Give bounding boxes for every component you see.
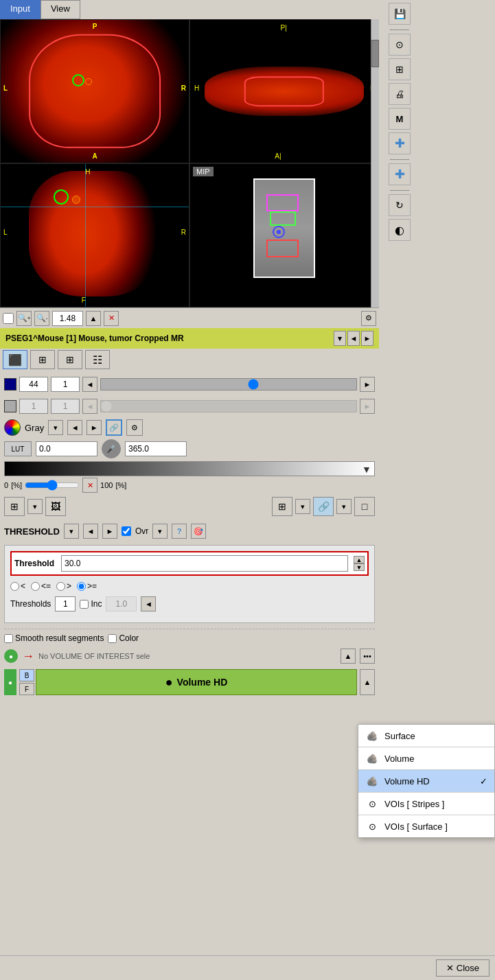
colormap-icon[interactable]: [4, 419, 21, 436]
exec-side-btns: B F: [19, 669, 33, 695]
slice-slider1[interactable]: [100, 378, 357, 390]
slice-left-btn2[interactable]: ◄: [82, 399, 97, 414]
slice-value2[interactable]: [51, 377, 80, 392]
threshold-input-row: Threshold ▲ ▼: [10, 551, 369, 576]
colormap-link-btn[interactable]: 🔗: [106, 419, 122, 436]
target-btn[interactable]: 🎯: [191, 524, 206, 539]
zoom-up-btn[interactable]: ▲: [86, 311, 101, 326]
dropdown-voi-stripes[interactable]: ⊙ VOIs [ Stripes ]: [358, 793, 494, 815]
rtb-print-btn[interactable]: 🖨: [389, 83, 411, 105]
pct-slider[interactable]: [25, 479, 80, 491]
exec-side-f-btn[interactable]: F: [19, 683, 34, 695]
voi-sort-btn[interactable]: ▲: [341, 649, 356, 664]
execute-button[interactable]: ● Volume HD: [36, 669, 357, 695]
smooth-checkbox-label: Smooth result segments: [4, 633, 104, 643]
radio-lte[interactable]: [31, 582, 40, 591]
smooth-checkbox[interactable]: [4, 634, 13, 643]
threshold-prev-btn[interactable]: ◄: [83, 524, 98, 539]
voi-menu-btn[interactable]: •••: [360, 649, 375, 664]
settings-icon-btn[interactable]: ⚙: [361, 311, 376, 326]
radio-lt[interactable]: [10, 582, 19, 591]
color-indicator: [4, 378, 16, 390]
rtb-grid-btn[interactable]: ⊞: [389, 58, 411, 80]
tool-dropdown-btn[interactable]: ▾: [27, 499, 43, 514]
rtb-m-btn[interactable]: M: [389, 108, 411, 130]
threshold-next-btn[interactable]: ►: [102, 524, 117, 539]
dataset-next[interactable]: ►: [361, 331, 373, 346]
lut-mic-btn[interactable]: 🎤: [102, 439, 121, 458]
dataset-nav: ▾ ◄ ►: [334, 331, 373, 346]
close-bar: ✕ Close: [0, 955, 495, 980]
controls-checkbox[interactable]: [3, 313, 14, 324]
dropdown-voi-surface[interactable]: ⊙ VOIs [ Surface ]: [358, 815, 494, 837]
zoom-input[interactable]: [52, 311, 83, 326]
inc-left-btn[interactable]: ◄: [141, 596, 156, 611]
threshold-dropdown-btn[interactable]: ▾: [64, 524, 79, 539]
settings-tab-1[interactable]: ⬛: [3, 350, 27, 369]
exec-up-btn[interactable]: ▲: [360, 669, 375, 695]
inc-value[interactable]: [106, 596, 137, 611]
dataset-prev[interactable]: ◄: [347, 331, 360, 346]
rtb-contrast-btn[interactable]: ◐: [389, 219, 411, 241]
rtb-circle-btn[interactable]: ⊙: [389, 34, 411, 56]
tool-grid2-btn[interactable]: ⊞: [272, 497, 292, 516]
rtb-cross-btn[interactable]: ✚: [389, 132, 411, 154]
rtb-save-btn[interactable]: 💾: [389, 3, 411, 25]
threshold-spin-down[interactable]: ▼: [354, 563, 365, 571]
slice-value4[interactable]: [51, 399, 80, 414]
slice-value1[interactable]: [19, 377, 48, 392]
gradient-bar[interactable]: ▼: [4, 461, 375, 476]
lut-min[interactable]: [36, 441, 97, 456]
tab-view[interactable]: View: [41, 0, 80, 19]
tool-dropdown3-btn[interactable]: ▾: [336, 499, 352, 514]
dataset-dropdown[interactable]: ▾: [334, 331, 346, 346]
color-checkbox-label: Color: [108, 633, 139, 643]
reset-btn[interactable]: ✕: [104, 311, 119, 326]
tool-grid-btn[interactable]: ⊞: [4, 497, 25, 516]
rtb-cross2-btn[interactable]: ✚: [389, 163, 411, 185]
label-pi: P|: [281, 24, 287, 32]
tool-img-btn[interactable]: 🖼: [45, 497, 66, 516]
settings-tab-2[interactable]: ⊞: [30, 350, 55, 369]
threshold-spin-up[interactable]: ▲: [354, 556, 365, 563]
help-btn[interactable]: ?: [172, 524, 187, 539]
slice-right-btn[interactable]: ►: [360, 377, 375, 392]
slice-value3[interactable]: [19, 399, 48, 414]
arrow-right-icon: →: [22, 649, 34, 664]
dropdown-volume-hd[interactable]: 🪨 Volume HD ✓: [358, 770, 494, 792]
inc-checkbox[interactable]: [80, 600, 89, 609]
threshold-value-input[interactable]: [61, 555, 348, 572]
settings-tab-3[interactable]: ⊞: [58, 350, 82, 369]
rtb-refresh-btn[interactable]: ↻: [389, 194, 411, 216]
slice-left-btn[interactable]: ◄: [82, 377, 97, 392]
tool-link-btn[interactable]: 🔗: [313, 497, 334, 516]
tool-dropdown2-btn[interactable]: ▾: [295, 499, 310, 514]
colormap-prev[interactable]: ◄: [67, 420, 82, 435]
tool-sq-btn[interactable]: □: [354, 497, 375, 516]
radio-gte[interactable]: [77, 582, 86, 591]
thresholds-count[interactable]: [55, 596, 76, 611]
label-r-tl: R: [181, 84, 186, 92]
radio-gt[interactable]: [56, 582, 65, 591]
viewer-scrollbar[interactable]: [371, 19, 379, 307]
zoom-out-btn[interactable]: 🔍-: [34, 311, 49, 326]
close-button[interactable]: ✕ Close: [436, 959, 490, 977]
color-checkbox[interactable]: [108, 634, 117, 643]
tab-input[interactable]: Input: [0, 0, 41, 19]
colormap-next[interactable]: ►: [87, 420, 102, 435]
ovr-dropdown-btn[interactable]: ▾: [152, 524, 168, 539]
settings-tab-4[interactable]: ☷: [85, 350, 110, 369]
dropdown-surface[interactable]: 🪨 Surface: [358, 725, 494, 747]
colormap-settings-btn[interactable]: ⚙: [126, 419, 143, 436]
zoom-in-btn[interactable]: 🔍+: [16, 311, 32, 326]
slice-right-btn2[interactable]: ►: [360, 399, 375, 414]
slice-slider2[interactable]: [100, 400, 357, 412]
controls-row: 🔍+ 🔍- ▲ ✕ ⚙: [0, 307, 379, 328]
exec-side-b-btn[interactable]: B: [19, 669, 34, 681]
tab4-icon: ☷: [93, 353, 102, 366]
lut-max[interactable]: [125, 441, 187, 456]
pct-x-btn[interactable]: ✕: [82, 478, 97, 493]
colormap-dropdown[interactable]: ▾: [48, 420, 63, 435]
ovr-checkbox[interactable]: [122, 526, 131, 536]
dropdown-volume[interactable]: 🪨 Volume: [358, 747, 494, 769]
